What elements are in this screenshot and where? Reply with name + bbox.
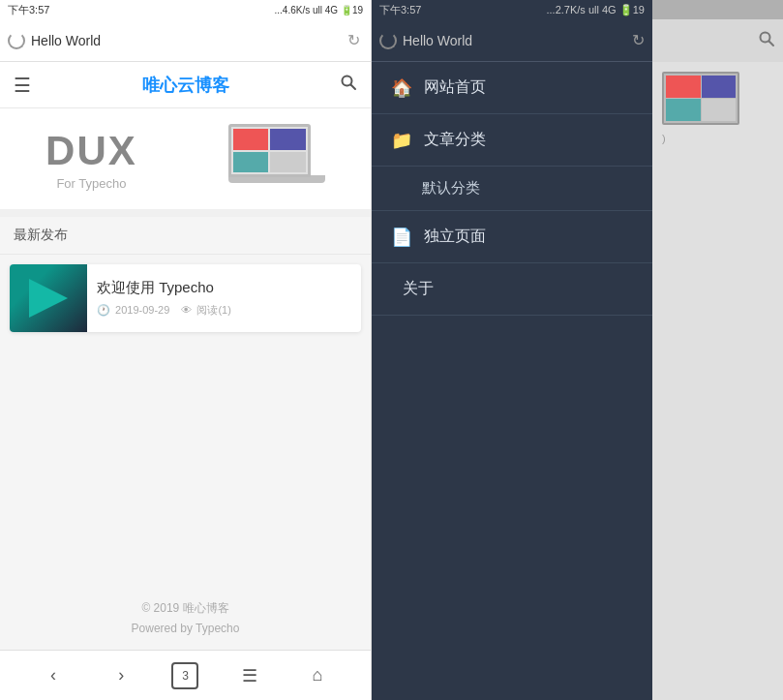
browser-bar-left: Hello World ↻ [0,19,371,62]
svg-line-3 [769,41,774,46]
partial-laptop [662,72,739,125]
signals-left: ...4.6K/s ull 4G 🔋19 [274,5,363,15]
laptop-screen [228,124,311,177]
reload-btn-left[interactable]: ↻ [344,31,363,50]
banner-text: DUX For Typecho [45,128,137,191]
app-header-left: ☰ 唯心云博客 [0,62,371,108]
home-button[interactable]: ⌂ [300,658,335,693]
right-partial-page: ) [652,62,783,700]
drawer-category-label: 文章分类 [424,130,486,150]
svg-line-1 [351,85,356,90]
footer-powered: Powered by Typecho [0,619,371,640]
home-menu-icon: 🏠 [391,77,412,99]
signals-right: ...2.7K/s ull 4G 🔋19 [547,4,646,16]
eye-icon: 👁 [181,304,192,316]
post-meta: 🕐 2019-09-29 👁 阅读(1) [97,303,231,318]
drawer-menu: 下午3:57 ...2.7K/s ull 4G 🔋19 Hello World … [372,0,652,700]
drawer-sub-label: 默认分类 [422,179,480,198]
page-icon-left [8,32,25,49]
laptop-mockup [228,124,325,194]
status-bar-left: 下午3:57 ...4.6K/s ull 4G 🔋19 [0,0,371,19]
drawer-item-home[interactable]: 🏠 网站首页 [372,62,652,114]
drawer-about-label: 关于 [403,279,434,299]
post-thumbnail [10,264,87,332]
site-footer: © 2019 唯心博客 Powered by Typecho [0,579,371,650]
phone-left: 下午3:57 ...4.6K/s ull 4G 🔋19 Hello World … [0,0,372,700]
right-content-overlay: ) [652,0,783,700]
drawer-home-label: 网站首页 [424,77,486,98]
browser-bar-right: Hello World ↻ [372,19,652,62]
banner-subtitle: For Typecho [56,176,126,191]
drawer-pages-label: 独立页面 [424,227,486,247]
post-reads: 👁 阅读(1) [181,303,231,318]
forward-button[interactable]: › [104,658,138,693]
tabs-button[interactable]: 3 [171,662,198,689]
drawer-item-pages[interactable]: 📄 独立页面 [372,211,652,263]
search-icon[interactable] [340,74,357,96]
right-partial-text: ) [662,133,773,144]
time-left: 下午3:57 [8,3,49,17]
clock-icon: 🕐 [97,304,110,316]
back-button[interactable]: ‹ [36,658,71,693]
post-card[interactable]: 欢迎使用 Typecho 🕐 2019-09-29 👁 阅读(1) [10,264,361,332]
time-right: 下午3:57 [379,3,421,17]
url-text-right[interactable]: Hello World [403,33,626,48]
reload-btn-right[interactable]: ↻ [632,31,645,49]
banner-area: DUX For Typecho [0,108,371,217]
bottom-nav: ‹ › 3 ☰ ⌂ [0,650,371,700]
post-info: 欢迎使用 Typecho 🕐 2019-09-29 👁 阅读(1) [87,264,241,332]
section-latest: 最新发布 [0,217,371,255]
pages-menu-icon: 📄 [391,227,412,248]
right-overlay-status [652,0,783,19]
hamburger-icon[interactable]: ☰ [14,74,31,97]
menu-button[interactable]: ☰ [232,658,267,693]
right-overlay-browser [652,19,783,62]
drawer-item-about[interactable]: 关于 [372,263,652,316]
drawer-item-category[interactable]: 📁 文章分类 [372,114,652,167]
right-search-icon[interactable] [758,30,775,52]
status-bar-right: 下午3:57 ...2.7K/s ull 4G 🔋19 [372,0,652,19]
drawer-sub-item-default[interactable]: 默认分类 [372,167,652,211]
url-text-left[interactable]: Hello World [31,33,338,48]
phone-right: 下午3:57 ...2.7K/s ull 4G 🔋19 Hello World … [372,0,783,700]
page-icon-right [379,32,397,49]
post-date: 🕐 2019-09-29 [97,304,169,317]
category-menu-icon: 📁 [391,130,412,151]
thumb-shape [29,279,68,318]
site-title: 唯心云博客 [142,74,229,97]
footer-copyright: © 2019 唯心博客 [0,598,371,620]
banner-logo: DUX [45,128,137,174]
post-title: 欢迎使用 Typecho [97,279,231,297]
